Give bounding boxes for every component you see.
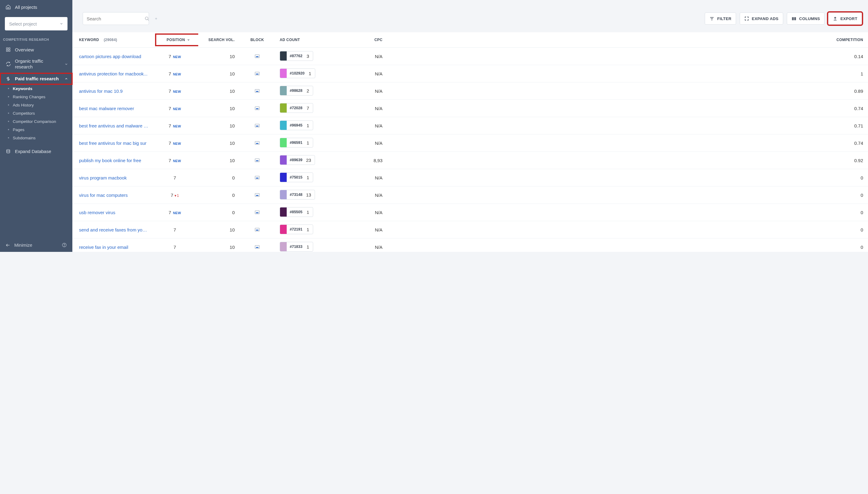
keyword-cell: antivirus for mac 10.9 bbox=[72, 82, 152, 100]
col-position-header[interactable]: POSITION bbox=[152, 32, 198, 48]
ad-chip[interactable]: #855051 bbox=[280, 207, 313, 217]
position-cell: 7NEW bbox=[152, 82, 198, 100]
block-cell bbox=[240, 239, 275, 252]
columns-button[interactable]: COLUMNS bbox=[787, 13, 825, 25]
ad-chip[interactable]: #965911 bbox=[280, 138, 313, 148]
sidebar-sub-competitors[interactable]: Competitors bbox=[0, 109, 72, 117]
keyword-link[interactable]: cartoon pictures app download bbox=[79, 54, 141, 59]
ad-chip[interactable]: #718331 bbox=[280, 242, 313, 251]
all-projects-link[interactable]: All projects bbox=[5, 4, 67, 10]
position-change-down: 1 bbox=[175, 193, 179, 198]
sidebar-sub-competitor-comparison[interactable]: Competitor Comparison bbox=[0, 117, 72, 126]
competition-cell: 0 bbox=[387, 169, 868, 187]
svg-point-4 bbox=[7, 149, 10, 151]
competition-cell: 0.74 bbox=[387, 100, 868, 117]
keyword-link[interactable]: usb remover virus bbox=[79, 210, 115, 215]
sidebar-item-overview[interactable]: Overview bbox=[0, 44, 72, 55]
position-cell: 7NEW bbox=[152, 204, 198, 221]
adcount-cell: #965911 bbox=[275, 134, 323, 152]
sidebar-sub-ads-history[interactable]: Ads History bbox=[0, 101, 72, 109]
adcount-cell: #8963923 bbox=[275, 152, 323, 169]
adcount-cell: #720287 bbox=[275, 100, 323, 117]
sort-desc-icon bbox=[187, 38, 190, 41]
keyword-link[interactable]: best free antivirus for mac big sur bbox=[79, 140, 146, 146]
table-row: publish my book online for free7NEW10#89… bbox=[72, 152, 868, 169]
new-badge: NEW bbox=[173, 90, 181, 93]
ad-chip[interactable]: #8963923 bbox=[280, 155, 315, 165]
bullet-icon bbox=[8, 113, 9, 114]
filter-button[interactable]: FILTER bbox=[705, 13, 736, 25]
grid-icon bbox=[5, 47, 11, 52]
keyword-link[interactable]: publish my book online for free bbox=[79, 158, 141, 163]
block-icon bbox=[255, 176, 260, 179]
svg-line-9 bbox=[148, 19, 149, 20]
chevron-down-icon bbox=[64, 62, 68, 66]
keyword-cell: publish my book online for free bbox=[72, 152, 152, 169]
columns-icon bbox=[791, 16, 796, 21]
search-box[interactable] bbox=[83, 12, 149, 25]
ad-count-value: 1 bbox=[304, 175, 313, 180]
keyword-link[interactable]: virus program macbook bbox=[79, 175, 127, 180]
table-row: usb remover virus7NEW0#855051N/A0 bbox=[72, 204, 868, 221]
search-input[interactable] bbox=[87, 16, 144, 21]
position-cell: 7NEW bbox=[152, 100, 198, 117]
sidebar-item-organic-traffic[interactable]: Organic traffic research bbox=[0, 55, 72, 73]
ad-chip[interactable]: #750151 bbox=[280, 172, 313, 182]
keyword-cell: virus for mac computers bbox=[72, 187, 152, 204]
keyword-link[interactable]: virus for mac computers bbox=[79, 193, 128, 198]
keyword-link[interactable]: best mac malware remover bbox=[79, 106, 134, 111]
adcount-cell: #718331 bbox=[275, 239, 323, 252]
sidebar-sub-pages[interactable]: Pages bbox=[0, 126, 72, 134]
keyword-cell: cartoon pictures app download bbox=[72, 48, 152, 65]
sidebar-sub-keywords[interactable]: Keywords bbox=[0, 84, 72, 93]
ad-chip[interactable]: #1029201 bbox=[280, 69, 315, 78]
svg-rect-3 bbox=[8, 50, 10, 52]
keyword-link[interactable]: antivirus for mac 10.9 bbox=[79, 89, 122, 94]
col-block-header[interactable]: BLOCK bbox=[240, 32, 275, 48]
bullet-icon bbox=[8, 121, 9, 122]
ad-chip[interactable]: #721911 bbox=[280, 225, 313, 234]
cpc-cell: N/A bbox=[323, 204, 387, 221]
sidebar-minimize[interactable]: Minimize bbox=[0, 238, 72, 252]
block-cell bbox=[240, 221, 275, 239]
ad-chip[interactable]: #7314813 bbox=[280, 190, 315, 200]
col-searchvol-header[interactable]: SEARCH VOL. bbox=[198, 32, 240, 48]
new-badge: NEW bbox=[173, 55, 181, 59]
main: ✦ FILTER EXPAND ADS COLUMNS EXPORT bbox=[72, 0, 868, 252]
col-cpc-header[interactable]: CPC bbox=[323, 32, 387, 48]
help-icon[interactable] bbox=[62, 243, 67, 248]
new-badge: NEW bbox=[173, 211, 181, 215]
export-button[interactable]: EXPORT bbox=[828, 13, 862, 25]
sidebar-item-expand-database[interactable]: Expand Database bbox=[0, 146, 72, 157]
project-select-placeholder: Select project bbox=[9, 21, 37, 26]
color-swatch bbox=[280, 242, 287, 251]
ad-chip[interactable]: #986282 bbox=[280, 86, 313, 96]
block-icon bbox=[255, 54, 260, 58]
block-cell bbox=[240, 204, 275, 221]
minimize-label: Minimize bbox=[14, 243, 32, 248]
bullet-icon bbox=[8, 104, 9, 106]
keyword-link[interactable]: antivirus protection for macbook... bbox=[79, 71, 147, 76]
keyword-link[interactable]: receive fax in your email bbox=[79, 245, 128, 250]
ad-chip[interactable]: #720287 bbox=[280, 103, 313, 113]
expand-ads-button[interactable]: EXPAND ADS bbox=[740, 13, 783, 25]
color-swatch bbox=[280, 69, 287, 78]
keyword-link[interactable]: best free antivirus and malware p... bbox=[79, 123, 149, 128]
svg-rect-1 bbox=[8, 48, 10, 49]
col-keyword-header[interactable]: KEYWORD (29084) bbox=[72, 32, 152, 48]
ad-count-value: 3 bbox=[304, 54, 313, 59]
sidebar-section-title: COMPETITIVE RESEARCH bbox=[0, 35, 72, 44]
sidebar-item-paid-traffic[interactable]: Paid traffic research bbox=[0, 73, 72, 84]
searchvol-cell: 10 bbox=[198, 48, 240, 65]
col-adcount-header[interactable]: AD COUNT bbox=[275, 32, 323, 48]
sidebar-sub-ranking-changes[interactable]: Ranking Changes bbox=[0, 93, 72, 101]
ad-chip[interactable]: #877623 bbox=[280, 51, 313, 61]
project-select[interactable]: Select project bbox=[5, 17, 67, 31]
cpc-cell: N/A bbox=[323, 134, 387, 152]
ad-count-value: 7 bbox=[304, 106, 313, 111]
col-competition-header[interactable]: COMPETITION bbox=[387, 32, 868, 48]
ad-chip[interactable]: #969451 bbox=[280, 120, 313, 130]
keyword-link[interactable]: send and receive faxes from your ... bbox=[79, 227, 149, 232]
sidebar-sub-subdomains[interactable]: Subdomains bbox=[0, 134, 72, 142]
table-row: best free antivirus for mac big sur7NEW1… bbox=[72, 134, 868, 152]
